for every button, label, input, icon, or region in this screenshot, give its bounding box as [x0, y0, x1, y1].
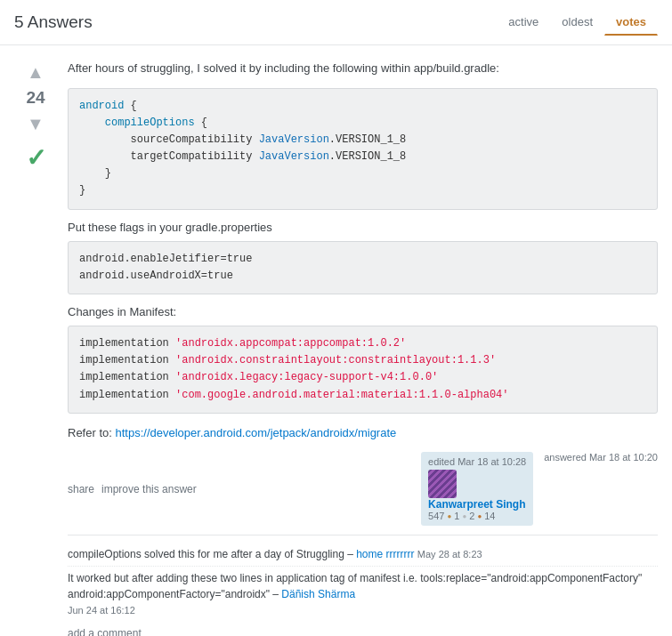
- edited-label: edited Mar 18 at 10:28: [428, 456, 526, 467]
- comment-2: It worked but after adding these two lin…: [68, 567, 658, 622]
- left-actions: share improve this answer: [68, 483, 197, 495]
- answers-header: 5 Answers active oldest votes: [0, 0, 672, 45]
- tab-oldest[interactable]: oldest: [550, 9, 604, 36]
- section3-text: Changes in Manifest:: [68, 305, 658, 318]
- user-name[interactable]: Kanwarpreet Singh: [428, 498, 525, 511]
- comments-section: compileOptions solved this for me after …: [68, 535, 658, 636]
- avatar-image: [428, 470, 457, 498]
- code-block-1: android { compileOptions { sourceCompati…: [68, 88, 658, 210]
- refer-text: Refer to: https://developer.android.com/…: [68, 424, 658, 442]
- vote-count: 24: [26, 88, 45, 108]
- improve-link[interactable]: improve this answer: [101, 483, 197, 495]
- accepted-check: ✓: [26, 143, 46, 173]
- user-details: Kanwarpreet Singh 547 ● 1 ● 2 ● 14: [428, 498, 526, 521]
- answered-label: answered Mar 18 at 10:20: [544, 452, 658, 463]
- comment1-user[interactable]: home rrrrrrrr: [356, 548, 414, 560]
- edited-box: edited Mar 18 at 10:28 Kanwarpreet Singh…: [421, 452, 533, 526]
- answers-title: 5 Answers: [14, 12, 93, 32]
- edit-user-row: Kanwarpreet Singh 547 ● 1 ● 2 ● 14: [428, 470, 526, 521]
- right-meta: edited Mar 18 at 10:28 Kanwarpreet Singh…: [421, 452, 658, 526]
- refer-link[interactable]: https://developer.android.com/jetpack/an…: [115, 426, 396, 439]
- answer-block: ▲ 24 ▼ ✓ After hours of struggling, I so…: [0, 45, 672, 636]
- answered-box: answered Mar 18 at 10:20: [544, 452, 658, 463]
- vote-column: ▲ 24 ▼ ✓: [14, 60, 57, 636]
- comment-1: compileOptions solved this for me after …: [68, 543, 658, 567]
- answer-content: After hours of struggling, I solved it b…: [57, 60, 658, 636]
- sort-tabs: active oldest votes: [497, 9, 658, 36]
- tab-active[interactable]: active: [497, 9, 550, 36]
- code-block-2: android.enableJetifier=true android.useA…: [68, 241, 658, 294]
- comment2-user[interactable]: Däñish Shärma: [281, 588, 355, 600]
- user-avatar: [428, 470, 457, 498]
- badge-silver-icon: ●: [462, 512, 466, 520]
- add-comment-link[interactable]: add a comment: [68, 627, 142, 636]
- share-link[interactable]: share: [68, 483, 94, 495]
- vote-down-button[interactable]: ▼: [21, 111, 50, 136]
- answer-intro: After hours of struggling, I solved it b…: [68, 60, 658, 77]
- badge-gold-icon: ●: [447, 512, 451, 520]
- vote-up-button[interactable]: ▲: [21, 60, 50, 85]
- action-bar-wrapper: share improve this answer edited Mar 18 …: [68, 452, 658, 526]
- tab-votes[interactable]: votes: [604, 9, 658, 36]
- section2-text: Put these flags in your gradle.propertie…: [68, 221, 658, 234]
- user-rep: 547 ● 1 ● 2 ● 14: [428, 511, 526, 521]
- badge-bronze-icon: ●: [477, 512, 482, 520]
- code-block-3: implementation 'androidx.appcompat:appco…: [68, 326, 658, 414]
